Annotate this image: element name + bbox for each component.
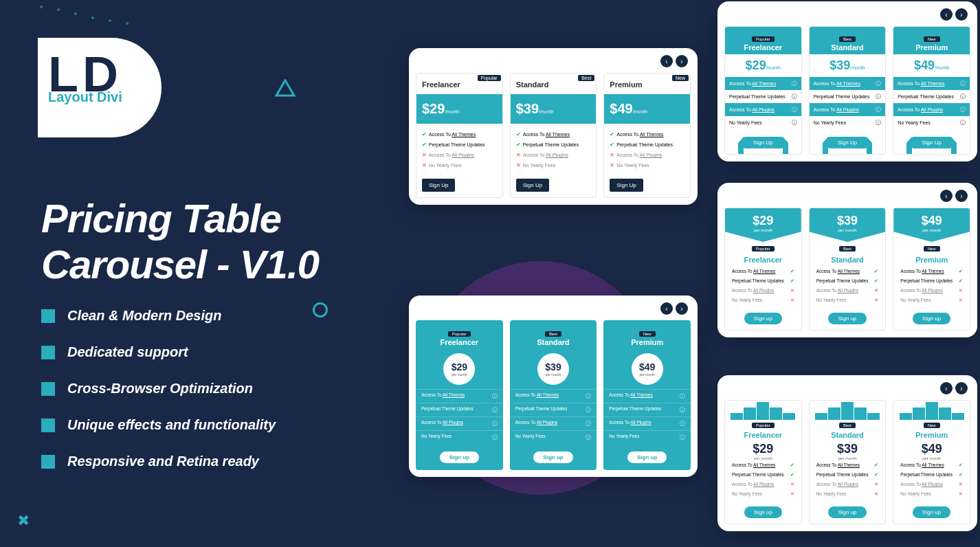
plan-name: Standard: [810, 43, 886, 52]
plan-feature-row: No Yearly Fees✖: [725, 489, 801, 499]
signup-button[interactable]: Sign up: [913, 313, 950, 324]
info-icon: ⓘ: [586, 420, 591, 427]
signup-button[interactable]: Sign up: [913, 506, 950, 518]
feature-item: Dedicated support: [41, 344, 276, 360]
svg-point-1: [57, 8, 60, 11]
check-icon: ✔: [790, 472, 794, 478]
pricing-card: New Premium $49/month ✔Access To All The…: [603, 73, 691, 198]
plan-feature-row: Access To All Pluginsⓘ: [810, 103, 886, 116]
signup-button[interactable]: Sign up: [828, 506, 866, 518]
plan-feature-row: No Yearly Feesⓘ: [416, 430, 503, 444]
pricing-card: Popular Freelancer $29/month ✔Access To …: [416, 73, 503, 198]
svg-marker-6: [276, 80, 294, 96]
plan-feature-row: Access To All Pluginsⓘ: [725, 103, 801, 116]
feature-item: Cross-Browser Optimization: [41, 381, 276, 397]
info-icon: ⓘ: [792, 119, 797, 126]
plan-feature-row: Access To All Plugins✖: [810, 286, 886, 295]
signup-button[interactable]: Sign up: [828, 313, 866, 324]
cross-icon: ✖: [790, 482, 794, 487]
plan-feature-row: ✔Access To All Themes: [516, 129, 591, 139]
plan-price: $29: [753, 442, 773, 456]
carousel-prev-button[interactable]: ‹: [940, 8, 953, 21]
plan-feature-row: Access To All Themes✔: [893, 460, 970, 470]
signup-button[interactable]: Sign Up: [828, 137, 867, 148]
check-icon: ✔: [610, 142, 614, 148]
check-icon: ✔: [959, 278, 963, 284]
plan-feature-row: Access To All Themesⓘ: [725, 77, 801, 90]
carousel-prev-button[interactable]: ‹: [940, 190, 953, 202]
arch-decor: [893, 401, 970, 420]
price-band: $39/month: [511, 94, 597, 124]
plan-feature-row: Perpetual Theme Updatesⓘ: [603, 403, 691, 416]
signup-button[interactable]: Sign Up: [744, 137, 782, 148]
signup-button[interactable]: Sign Up: [516, 179, 549, 192]
svg-point-3: [91, 16, 94, 19]
carousel-next-button[interactable]: ›: [955, 382, 968, 394]
info-icon: ⓘ: [960, 119, 966, 126]
feature-item: Responsive and Retina ready: [41, 454, 276, 469]
carousel-next-button[interactable]: ›: [955, 8, 968, 21]
plan-feature-row: Perpetual Theme Updates✔: [810, 276, 886, 286]
plan-badge: Best: [839, 36, 856, 42]
plan-feature-row: Access To All Themesⓘ: [603, 389, 691, 403]
carousel-next-button[interactable]: ›: [676, 55, 688, 67]
plan-feature-row: Access To All Themesⓘ: [510, 389, 597, 403]
plan-feature-row: ✔Perpetual Theme Updates: [422, 139, 497, 150]
feature-list: Clean & Modern Design Dedicated support …: [41, 308, 276, 490]
plan-feature-row: Access To All Themesⓘ: [810, 77, 886, 90]
signup-button[interactable]: Sign Up: [610, 179, 643, 192]
carousel-prev-button[interactable]: ‹: [660, 55, 673, 67]
cross-icon: ✖: [422, 162, 427, 168]
signup-button[interactable]: Sign Up: [422, 179, 455, 192]
decor-dots: [34, 0, 206, 27]
plan-feature-row: Access To All Pluginsⓘ: [893, 103, 970, 116]
plan-price: $49: [922, 442, 942, 456]
plan-feature-row: No Yearly Fees✖: [893, 295, 970, 305]
price-circle: $49per month: [632, 353, 663, 385]
plan-feature-row: Access To All Plugins✖: [810, 480, 886, 489]
check-icon: ✔: [610, 131, 614, 137]
pricing-card: BestStandard $39/month Access To All The…: [809, 26, 887, 155]
pricing-card: $29per month Popular Freelancer Access T…: [724, 208, 802, 331]
check-icon: ✔: [959, 269, 963, 274]
plan-feature-row: Perpetual Theme Updatesⓘ: [416, 403, 503, 416]
signup-button[interactable]: Sign Up: [912, 137, 950, 148]
carousel-next-button[interactable]: ›: [955, 190, 968, 202]
signup-button[interactable]: Sign up: [440, 451, 479, 463]
plan-feature-row: Perpetual Theme Updates✔: [725, 276, 801, 286]
plan-badge: New: [924, 246, 940, 252]
cross-icon: ✖: [422, 152, 427, 158]
decor-ring: [313, 302, 328, 317]
plan-feature-row: ✖Access To All Plugins: [422, 150, 497, 160]
check-icon: ✔: [422, 131, 427, 137]
carousel-prev-button[interactable]: ‹: [660, 302, 673, 315]
plan-feature-row: ✔Perpetual Theme Updates: [516, 139, 591, 150]
carousel-next-button[interactable]: ›: [676, 302, 688, 315]
check-icon: ✔: [874, 462, 878, 468]
signup-button[interactable]: Sign up: [533, 451, 572, 463]
plan-feature-row: ✖Access To All Plugins: [516, 150, 591, 160]
signup-button[interactable]: Sign up: [744, 313, 782, 324]
plan-feature-row: Access To All Pluginsⓘ: [416, 416, 503, 430]
info-icon: ⓘ: [586, 406, 591, 414]
bullet-icon: [41, 382, 55, 396]
cross-icon: ✖: [959, 491, 963, 497]
plan-feature-row: ✖No Yearly Fees: [422, 160, 497, 170]
plan-feature-row: Perpetual Theme Updates✔: [893, 276, 970, 286]
plan-feature-row: Access To All Themes✔: [725, 460, 801, 470]
signup-button[interactable]: Sign up: [744, 506, 782, 518]
plan-feature-row: ✖No Yearly Fees: [610, 160, 684, 170]
signup-button[interactable]: Sign up: [627, 451, 667, 463]
logo-letter-d: D: [82, 55, 118, 95]
carousel-prev-button[interactable]: ‹: [940, 382, 953, 394]
plan-price: $39: [829, 58, 850, 72]
info-icon: ⓘ: [960, 80, 966, 87]
check-icon: ✔: [790, 269, 794, 274]
price-band: $29/month: [416, 94, 502, 124]
svg-point-2: [74, 12, 77, 15]
plan-feature-row: Access To All Pluginsⓘ: [510, 416, 597, 430]
svg-point-5: [126, 22, 129, 25]
info-icon: ⓘ: [960, 93, 966, 100]
info-icon: ⓘ: [876, 119, 881, 126]
check-icon: ✔: [874, 472, 878, 478]
